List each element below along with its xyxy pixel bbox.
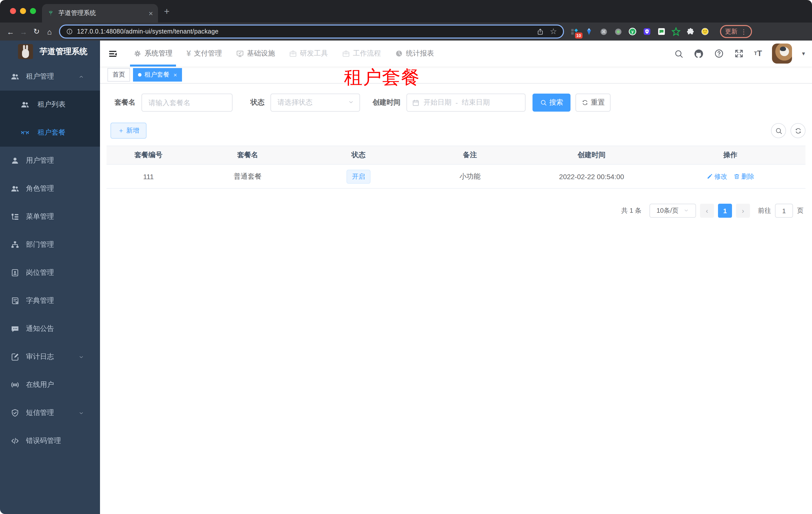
reset-button[interactable]: 重置: [576, 93, 610, 112]
avatar-caret-down-icon[interactable]: ▾: [802, 50, 805, 57]
cell-package-id: 111: [107, 172, 191, 181]
pagination-total: 共 1 条: [621, 206, 641, 215]
back-icon[interactable]: ←: [4, 27, 17, 36]
command-extension-icon[interactable]: ⌘: [599, 27, 608, 36]
gray-circle-extension-icon[interactable]: [613, 27, 622, 36]
share-icon[interactable]: [536, 28, 544, 35]
reload-icon[interactable]: ↻: [30, 27, 43, 36]
emoji-extension-icon[interactable]: [700, 27, 709, 36]
prev-page-button[interactable]: ‹: [700, 204, 714, 218]
chat-extension-icon[interactable]: [657, 27, 666, 36]
sidebar-item-用户管理[interactable]: 用户管理: [0, 147, 100, 175]
tag-租户套餐[interactable]: 租户套餐×: [133, 68, 182, 82]
sidebar-item-字典管理[interactable]: 字典管理: [0, 287, 100, 315]
page-size-value: 10条/页: [657, 206, 678, 215]
page-title-watermark: 租户套餐: [344, 65, 420, 90]
status-filter-select[interactable]: 请选择状态: [270, 93, 360, 112]
top-nav-统计报表[interactable]: 统计报表: [392, 40, 437, 66]
edit-link[interactable]: 修改: [706, 172, 727, 181]
delete-link[interactable]: 删除: [733, 172, 754, 181]
log-icon: [10, 352, 20, 361]
sidebar-item-label: 审计日志: [26, 352, 54, 361]
goto-page-input[interactable]: [775, 204, 793, 218]
table-header-row: 套餐编号套餐名状态备注创建时间操作: [107, 146, 806, 165]
gem-extension-icon[interactable]: [584, 27, 593, 36]
chevron-down-icon: [684, 208, 689, 214]
top-nav-研发工具[interactable]: 研发工具: [286, 40, 331, 66]
page-size-select[interactable]: 10条/页: [649, 204, 696, 218]
puzzle-extension-icon[interactable]: [686, 27, 695, 36]
sidebar-item-短信管理[interactable]: 短信管理: [0, 399, 100, 427]
close-tab-icon[interactable]: ×: [148, 9, 153, 18]
top-nav-基础设施[interactable]: 基础设施: [232, 40, 279, 66]
sidebar-item-租户管理[interactable]: 租户管理: [0, 62, 100, 90]
sidebar-item-label: 租户套餐: [37, 128, 65, 137]
name-filter-input[interactable]: [148, 99, 226, 107]
top-nav-工作流程[interactable]: 工作流程: [339, 40, 384, 66]
sidebar-item-部门管理[interactable]: 部门管理: [0, 231, 100, 259]
sidebar-item-通知公告[interactable]: 通知公告: [0, 315, 100, 343]
forward-icon[interactable]: →: [17, 27, 30, 36]
table-toolbar: ＋ 新增: [107, 123, 806, 139]
sidebar-item-菜单管理[interactable]: 菜单管理: [0, 203, 100, 231]
status-placeholder: 请选择状态: [278, 98, 313, 107]
tag-label: 租户套餐: [145, 71, 170, 79]
hamburger-icon[interactable]: [100, 49, 125, 58]
zoom-window-button[interactable]: [30, 8, 36, 14]
github-icon[interactable]: [694, 48, 704, 59]
add-button[interactable]: ＋ 新增: [111, 123, 146, 139]
search-button[interactable]: 搜索: [532, 93, 571, 112]
tag-首页[interactable]: 首页: [108, 68, 130, 82]
date-range-picker[interactable]: 开始日期 - 结束日期: [406, 93, 525, 112]
address-bar[interactable]: 127.0.0.1:48080/admin-ui/system/tenant/p…: [59, 25, 564, 38]
current-page-button[interactable]: 1: [718, 204, 732, 218]
url-text[interactable]: 127.0.0.1:48080/admin-ui/system/tenant/p…: [77, 28, 530, 35]
browser-menu-kebab-icon[interactable]: ⋮: [741, 28, 747, 35]
refresh-table-button[interactable]: [790, 123, 806, 138]
users-icon: [10, 72, 20, 81]
name-filter-field[interactable]: [142, 93, 232, 112]
pinned-extension-icon[interactable]: 10: [570, 27, 579, 36]
top-nav-支付管理[interactable]: ¥支付管理: [183, 40, 226, 66]
name-filter-label: 套餐名: [115, 98, 136, 107]
bookmark-star-icon[interactable]: ☆: [550, 28, 557, 35]
trash-icon: [733, 173, 740, 180]
close-window-button[interactable]: [10, 8, 16, 14]
sidebar-item-角色管理[interactable]: 角色管理: [0, 175, 100, 203]
top-nav-label: 基础设施: [247, 49, 275, 58]
browser-tab[interactable]: 芋道管理系统 ×: [42, 4, 158, 23]
top-nav-系统管理[interactable]: 系统管理: [130, 40, 176, 66]
font-size-icon[interactable]: TT: [754, 50, 762, 58]
help-question-icon[interactable]: [714, 49, 724, 59]
shield-extension-icon[interactable]: [642, 27, 651, 36]
app-logo[interactable]: 芋道管理系统: [0, 40, 100, 62]
sidebar-item-在线用户[interactable]: 在线用户: [0, 371, 100, 399]
header-search-icon[interactable]: [674, 49, 684, 58]
edit-icon: [706, 173, 713, 180]
sidebar-item-错误码管理[interactable]: 错误码管理: [0, 427, 100, 455]
close-tag-icon[interactable]: ×: [174, 71, 177, 78]
home-icon[interactable]: ⌂: [43, 27, 56, 36]
star-extension-icon[interactable]: [671, 27, 680, 36]
logo-rabbit-image: [18, 44, 33, 59]
minimize-window-button[interactable]: [20, 8, 26, 14]
toggle-search-button[interactable]: [771, 123, 786, 138]
sidebar-item-租户列表[interactable]: 租户列表: [0, 90, 100, 118]
date-start-placeholder[interactable]: 开始日期: [424, 98, 452, 107]
site-info-icon[interactable]: [66, 28, 73, 35]
sidebar-item-审计日志[interactable]: 审计日志: [0, 343, 100, 371]
fullscreen-icon[interactable]: [734, 49, 744, 59]
date-end-placeholder[interactable]: 结束日期: [462, 98, 490, 107]
new-tab-button[interactable]: +: [164, 6, 170, 17]
top-navbar: 系统管理¥支付管理基础设施研发工具工作流程统计报表 TT: [100, 40, 812, 66]
browser-update-button[interactable]: 更新 ⋮: [720, 25, 752, 38]
browser-toolbar: ← → ↻ ⌂ 127.0.0.1:48080/admin-ui/system/…: [0, 23, 812, 40]
sidebar-item-租户套餐[interactable]: 租户套餐: [0, 118, 100, 147]
navbar-right-tools: TT ▾: [674, 44, 812, 63]
next-page-button[interactable]: ›: [736, 204, 750, 218]
sidebar-item-岗位管理[interactable]: 岗位管理: [0, 259, 100, 287]
y-extension-icon[interactable]: y: [628, 27, 637, 36]
avatar[interactable]: [772, 44, 792, 63]
tags-view-bar: 首页租户套餐×: [100, 66, 812, 84]
online-icon: [10, 380, 20, 389]
